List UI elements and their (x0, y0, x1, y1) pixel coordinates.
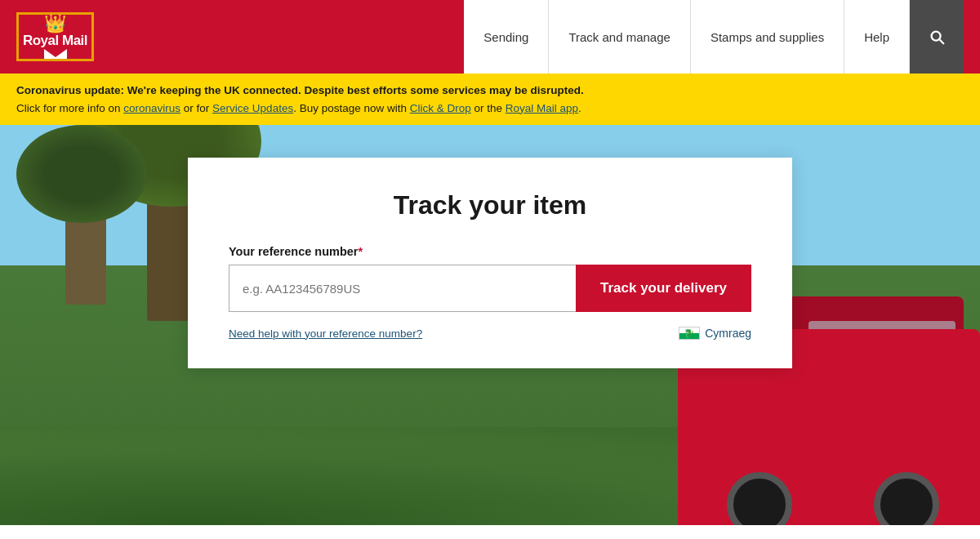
coronavirus-link[interactable]: coronavirus (123, 102, 180, 114)
main-nav: Sending Track and manage Stamps and supp… (464, 0, 964, 74)
hero-section: Track your item Your reference number* T… (0, 125, 980, 525)
nav-help[interactable]: Help (844, 0, 910, 74)
track-delivery-button[interactable]: Track your delivery (576, 265, 751, 312)
logo[interactable]: 👑 Royal Mail (16, 12, 94, 61)
nav-sending[interactable]: Sending (464, 0, 549, 74)
alert-detail: Click for more info on coronavirus or fo… (16, 100, 964, 118)
alert-bold: Coronavirus update: We're keeping the UK… (16, 84, 584, 96)
logo-text: Royal Mail (23, 33, 87, 47)
nav-track-manage[interactable]: Track and manage (549, 0, 691, 74)
cymraeg-label: Cymraeg (705, 327, 751, 340)
help-reference-link[interactable]: Need help with your reference number? (229, 327, 422, 340)
tracking-card: Track your item Your reference number* T… (188, 158, 792, 368)
nav-stamps-supplies[interactable]: Stamps and supplies (691, 0, 844, 74)
click-drop-link[interactable]: Click & Drop (410, 102, 471, 114)
alert-banner: Coronavirus update: We're keeping the UK… (0, 74, 980, 125)
input-row: Track your delivery (229, 265, 751, 312)
reference-input[interactable] (229, 265, 576, 312)
royal-mail-app-link[interactable]: Royal Mail app (506, 102, 578, 114)
crown-icon: 👑 (44, 15, 66, 33)
alert-end: . (578, 102, 581, 114)
welsh-flag-icon: 🐉 (679, 327, 700, 340)
field-label: Your reference number* (229, 245, 751, 258)
tree2-decoration (65, 174, 106, 305)
alert-or-for: or for (180, 102, 212, 114)
alert-buy-postage: . Buy postage now with (293, 102, 410, 114)
required-star: * (358, 245, 363, 258)
site-header: 👑 Royal Mail Sending Track and manage St… (0, 0, 980, 74)
card-footer: Need help with your reference number? 🐉 … (229, 327, 751, 340)
alert-or-the: or the (471, 102, 506, 114)
search-icon (928, 28, 946, 46)
card-title: Track your item (229, 190, 751, 220)
service-updates-link[interactable]: Service Updates (212, 102, 293, 114)
envelope-icon (44, 49, 67, 59)
alert-prefix: Click for more info on (16, 102, 123, 114)
cymraeg-link[interactable]: 🐉 Cymraeg (679, 327, 751, 340)
search-button[interactable] (910, 0, 964, 74)
